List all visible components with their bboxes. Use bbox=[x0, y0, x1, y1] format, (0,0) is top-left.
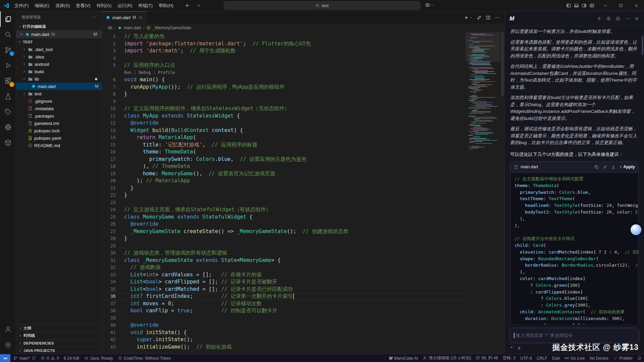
code-line[interactable]: 16 theme: ThemeData( bbox=[102, 148, 466, 156]
code-line[interactable]: 22} bbox=[102, 192, 466, 199]
line-number[interactable]: 43 bbox=[102, 344, 124, 351]
code-line[interactable]: 6void main() { bbox=[102, 76, 466, 84]
status-indentation[interactable]: 空格: 2 bbox=[500, 354, 518, 362]
activity-run-debug[interactable] bbox=[0, 58, 16, 73]
code-line[interactable]: 34 List<bool> cardFlipped = []; // 记录卡片是… bbox=[102, 278, 466, 286]
menu-item-3[interactable]: 查看(V) bbox=[73, 0, 93, 11]
menu-item-0[interactable]: 文件(F) bbox=[11, 0, 32, 11]
file-main.dart[interactable]: main.dartM bbox=[16, 83, 102, 90]
code-line[interactable]: 3import 'dart:math'; // 用于生成随机数 bbox=[102, 47, 466, 55]
tab-close-icon[interactable] bbox=[139, 15, 143, 20]
file-pubspec.yaml[interactable]: pubspec.yaml bbox=[16, 134, 102, 142]
close-panel-icon[interactable] bbox=[634, 16, 639, 21]
line-number[interactable]: 27 bbox=[102, 228, 124, 235]
status-file-size[interactable]: 6.24 KiB bbox=[61, 354, 82, 362]
line-number[interactable]: 9 bbox=[102, 98, 124, 105]
menu-item-4[interactable]: 转到(G) bbox=[94, 0, 115, 11]
code-line[interactable]: 18 ), // ThemeData bbox=[102, 163, 466, 170]
code-line[interactable]: 21 } bbox=[102, 185, 466, 192]
folder-lib[interactable]: lib bbox=[16, 75, 102, 83]
line-number[interactable]: 1 bbox=[102, 33, 124, 40]
editor-scrollbar[interactable] bbox=[500, 32, 504, 354]
line-number[interactable]: 32 bbox=[102, 264, 124, 271]
line-number[interactable]: 33 bbox=[102, 271, 124, 279]
file-.metadata[interactable]: .metadata bbox=[16, 105, 102, 112]
activity-explorer[interactable] bbox=[0, 11, 16, 27]
line-number[interactable]: 30 bbox=[102, 250, 124, 257]
code-line[interactable]: 38 bool canFlip = true; // 控制是否可以翻卡片 bbox=[102, 307, 466, 315]
status-notifications[interactable] bbox=[635, 354, 644, 362]
file-.gitignore[interactable]: .gitignore bbox=[16, 97, 102, 105]
code-line[interactable]: 7 runApp(MyApp()); // 运行应用程序，MyApp是应用的根组… bbox=[102, 84, 466, 91]
line-number[interactable]: 3 bbox=[102, 47, 124, 55]
line-number[interactable]: 29 bbox=[102, 242, 124, 250]
code-line[interactable]: 9 bbox=[102, 98, 466, 105]
code-line[interactable]: 12 @override bbox=[102, 120, 466, 127]
line-number[interactable]: 10 bbox=[102, 105, 124, 112]
status-cursor-position[interactable]: 行 36, 列 48 bbox=[474, 354, 500, 362]
codelens-debug[interactable]: Debug bbox=[139, 70, 151, 75]
line-number[interactable]: 7 bbox=[102, 84, 124, 91]
code-line[interactable]: 8} bbox=[102, 91, 466, 98]
activity-search[interactable] bbox=[0, 27, 16, 42]
file-README.md[interactable]: README.md bbox=[16, 142, 102, 149]
code-line[interactable]: 11class MyApp extends StatelessWidget { bbox=[102, 112, 466, 120]
status-git-blame[interactable]: 博士喵喵喵 (15 小时前) bbox=[420, 354, 474, 362]
chat-input[interactable]: 输入消息或者 "/" 来选择指令 bbox=[509, 328, 639, 343]
line-number[interactable]: 28 bbox=[102, 235, 124, 242]
sidebar-section-1[interactable]: 时间线 bbox=[16, 332, 102, 339]
line-number[interactable]: 13 bbox=[102, 127, 124, 134]
code-line[interactable]: 27 _MemoryGameState createState() => _Me… bbox=[102, 228, 466, 235]
line-number[interactable]: 35 bbox=[102, 286, 124, 293]
line-number[interactable]: 6 bbox=[102, 76, 124, 84]
breadcrumb-file[interactable]: main.dart bbox=[124, 26, 141, 30]
code-line[interactable]: 17 primarySwatch: Colors.blue, // 设置应用的主… bbox=[102, 156, 466, 163]
activity-extensions[interactable]: 1 bbox=[0, 73, 16, 89]
open-editor-item[interactable]: main.dartlibM bbox=[16, 30, 102, 38]
settings-icon[interactable] bbox=[606, 16, 611, 21]
apply-button[interactable]: ⚡Apply bbox=[620, 165, 635, 169]
breadcrumb-folder[interactable]: lib bbox=[108, 26, 112, 30]
skills-icon[interactable]: * bbox=[511, 346, 513, 351]
insert-icon[interactable] bbox=[611, 165, 615, 169]
line-number[interactable]: 37 bbox=[102, 300, 124, 308]
line-number[interactable]: 18 bbox=[102, 163, 124, 170]
menu-item-7[interactable]: 帮助(H) bbox=[156, 0, 176, 11]
file-pubspec.lock[interactable]: pubspec.lock bbox=[16, 127, 102, 134]
code-line[interactable]: 19 home: MemoryGame(), // 设置首页为记忆游戏页面 bbox=[102, 170, 466, 178]
line-number[interactable]: 26 bbox=[102, 221, 124, 228]
minimap[interactable] bbox=[466, 32, 500, 354]
codelens-row[interactable]: Run | Debug | Profile bbox=[102, 69, 466, 77]
history-icon[interactable] bbox=[615, 16, 621, 21]
code-line[interactable]: 10// 定义应用程序的根组件，继承自StatelessWidget（无状态组件… bbox=[102, 105, 466, 112]
status-go-live[interactable]: Go Live bbox=[562, 354, 587, 362]
status-branch[interactable]: main* bbox=[11, 354, 38, 362]
code-line[interactable]: 30// 游戏状态类，管理游戏的所有状态和逻辑 bbox=[102, 250, 466, 257]
code-line[interactable]: 40 @override bbox=[102, 322, 466, 329]
status-device[interactable]: No Device bbox=[587, 354, 611, 362]
line-number[interactable]: 39 bbox=[102, 315, 124, 322]
run-options-icon[interactable] bbox=[469, 16, 473, 19]
code-line[interactable]: 5// 应用程序的入口点 bbox=[102, 62, 466, 69]
command-center-search[interactable]: test bbox=[224, 1, 420, 10]
toggle-panel-icon[interactable] bbox=[574, 3, 579, 8]
menu-item-5[interactable]: 运行(R) bbox=[114, 0, 135, 11]
code-line[interactable]: 2import 'package:flutter/material.dart';… bbox=[102, 40, 466, 48]
code-line[interactable]: 41 void initState() { bbox=[102, 329, 466, 336]
activity-dependencies[interactable] bbox=[0, 135, 16, 150]
more-actions-icon[interactable] bbox=[495, 15, 500, 20]
menu-item-1[interactable]: 编辑(E) bbox=[32, 0, 52, 11]
line-number[interactable]: 34 bbox=[102, 278, 124, 286]
line-number[interactable]: 40 bbox=[102, 322, 124, 329]
back-icon[interactable] bbox=[185, 3, 190, 8]
code-line[interactable]: 29 bbox=[102, 242, 466, 250]
menu-item-6[interactable]: 终端(T) bbox=[135, 0, 156, 11]
new-chat-icon[interactable] bbox=[597, 16, 602, 21]
folder-android[interactable]: android bbox=[16, 60, 102, 68]
customize-layout-icon[interactable] bbox=[589, 3, 594, 8]
scrollbar-thumb[interactable] bbox=[501, 32, 504, 96]
code-scroll[interactable]: 1// 导入必要的包2import 'package:flutter/mater… bbox=[102, 32, 466, 354]
diff-icon[interactable] bbox=[603, 165, 607, 169]
code-line[interactable]: 37 int moves = 0; // 记录移动次数 bbox=[102, 300, 466, 308]
codelens-run[interactable]: Run bbox=[124, 70, 131, 75]
